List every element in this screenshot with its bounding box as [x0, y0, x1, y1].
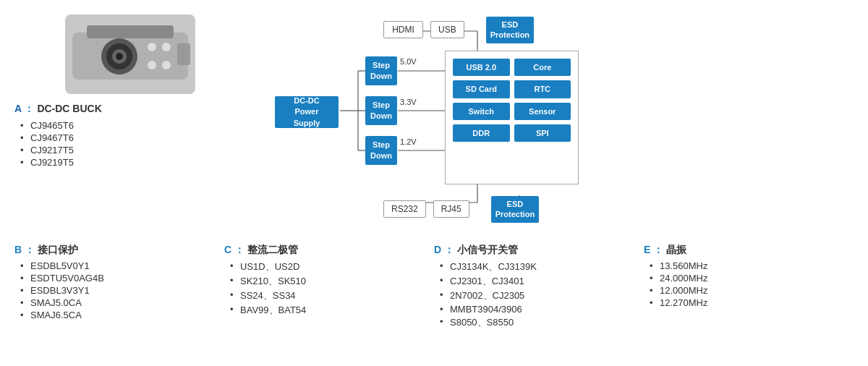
dcdc-box: DC-DC Power Supply	[275, 96, 339, 128]
section-a-colon: ：	[24, 103, 34, 114]
voltage-2-label: 3.3V	[400, 98, 417, 106]
list-item: CJ9219T5	[20, 157, 246, 168]
section-b-label: B	[14, 244, 22, 255]
hdmi-box: HDMI	[383, 21, 423, 38]
section-c-list: US1D、US2D SK210、SK510 SS24、SS34 BAV99、BA…	[230, 260, 427, 317]
list-item: ESDBL3V3Y1	[20, 285, 217, 296]
left-panel: A ： DC-DC BUCK CJ9465T6 CJ9467T6 CJ9217T…	[14, 7, 246, 228]
rtc-btn: RTC	[514, 80, 571, 98]
voltage-3-label: 1.2V	[400, 137, 417, 146]
list-item: ESDBL5V0Y1	[20, 260, 217, 271]
section-e-label: E	[644, 244, 650, 255]
list-item: SK210、SK510	[230, 275, 427, 288]
step-down-1: Step Down	[365, 56, 397, 85]
section-e-title: E ： 晶振	[644, 244, 846, 257]
usb2-btn: USB 2.0	[453, 59, 510, 76]
list-item: 12.270MHz	[650, 297, 846, 308]
section-e-list: 13.560MHz 24.000MHz 12.000MHz 12.270MHz	[650, 260, 846, 308]
section-b-heading: 接口保护	[38, 244, 78, 255]
list-item: 12.000MHz	[650, 285, 846, 296]
svg-point-7	[162, 43, 171, 51]
section-c-label: C	[224, 244, 231, 255]
diagram-panel: HDMI USB ESD Protection DC-DC Power Supp…	[246, 7, 854, 228]
usb-box: USB	[430, 21, 464, 38]
list-item: CJ3134K、CJ3139K	[440, 260, 637, 273]
bottom-sections: B ： 接口保护 ESDBL5V0Y1 ESDTU5V0AG4B ESDBL3V…	[14, 241, 854, 331]
switch-btn: Switch	[453, 103, 510, 120]
section-b-list: ESDBL5V0Y1 ESDTU5V0AG4B ESDBL3V3Y1 SMAJ5…	[20, 260, 217, 320]
core-btn: Core	[514, 59, 571, 76]
sdcard-btn: SD Card	[453, 80, 510, 98]
list-item: SMAJ5.0CA	[20, 297, 217, 308]
section-e: E ： 晶振 13.560MHz 24.000MHz 12.000MHz 12.…	[644, 241, 854, 331]
svg-rect-10	[177, 43, 190, 65]
list-item: SS24、SS34	[230, 289, 427, 302]
section-d-label: D	[434, 244, 441, 255]
top-row: HDMI USB ESD Protection	[383, 17, 534, 43]
step-down-2: Step Down	[365, 96, 397, 125]
voltage-1-label: 5.0V	[400, 57, 417, 66]
section-e-heading: 晶振	[666, 244, 686, 255]
bottom-row: RS232 RJ45 ESD Protection	[383, 196, 539, 223]
section-d-heading: 小信号开关管	[457, 244, 518, 255]
list-item: CJ9467T6	[20, 132, 246, 143]
esd-bottom-box: ESD Protection	[491, 196, 539, 223]
list-item: 13.560MHz	[650, 260, 846, 271]
sensor-btn: Sensor	[514, 103, 571, 120]
camera-image	[65, 14, 195, 94]
section-c: C ： 整流二极管 US1D、US2D SK210、SK510 SS24、SS3…	[224, 241, 434, 331]
ddr-btn: DDR	[453, 124, 510, 142]
svg-point-5	[116, 53, 123, 60]
section-a-title: A ： DC-DC BUCK	[14, 103, 246, 116]
list-item: CJ9465T6	[20, 120, 246, 131]
esd-top-box: ESD Protection	[486, 17, 534, 43]
svg-point-8	[148, 61, 156, 69]
list-item: S8050、S8550	[440, 316, 637, 329]
section-b-title: B ： 接口保护	[14, 244, 217, 257]
list-item: ESDTU5V0AG4B	[20, 273, 217, 284]
rs232-box: RS232	[383, 200, 426, 218]
section-d: D ： 小信号开关管 CJ3134K、CJ3139K CJ2301、CJ3401…	[434, 241, 644, 331]
list-item: US1D、US2D	[230, 260, 427, 273]
svg-point-6	[148, 43, 156, 51]
list-item: MMBT3904/3906	[440, 304, 637, 315]
inner-box: USB 2.0 Core SD Card RTC Switch Sensor D…	[445, 51, 579, 184]
list-item: CJ9217T5	[20, 145, 246, 156]
list-item: SMAJ6.5CA	[20, 310, 217, 320]
section-d-title: D ： 小信号开关管	[434, 244, 637, 257]
svg-rect-1	[87, 25, 174, 38]
list-item: 2N7002、CJ2305	[440, 289, 637, 302]
step-down-3: Step Down	[365, 136, 397, 165]
svg-point-9	[162, 61, 171, 69]
section-c-title: C ： 整流二极管	[224, 244, 427, 257]
section-a-heading: DC-DC BUCK	[37, 103, 101, 114]
section-c-heading: 整流二极管	[247, 244, 298, 255]
section-a-list: CJ9465T6 CJ9467T6 CJ9217T5 CJ9219T5	[20, 120, 246, 168]
section-b: B ： 接口保护 ESDBL5V0Y1 ESDTU5V0AG4B ESDBL3V…	[14, 241, 224, 331]
spi-btn: SPI	[514, 124, 571, 142]
section-a-label: A	[14, 103, 22, 114]
rj45-box: RJ45	[433, 200, 469, 218]
section-d-list: CJ3134K、CJ3139K CJ2301、CJ3401 2N7002、CJ2…	[440, 260, 637, 329]
list-item: CJ2301、CJ3401	[440, 275, 637, 288]
diagram-area: HDMI USB ESD Protection DC-DC Power Supp…	[253, 11, 658, 228]
list-item: BAV99、BAT54	[230, 304, 427, 317]
list-item: 24.000MHz	[650, 273, 846, 284]
